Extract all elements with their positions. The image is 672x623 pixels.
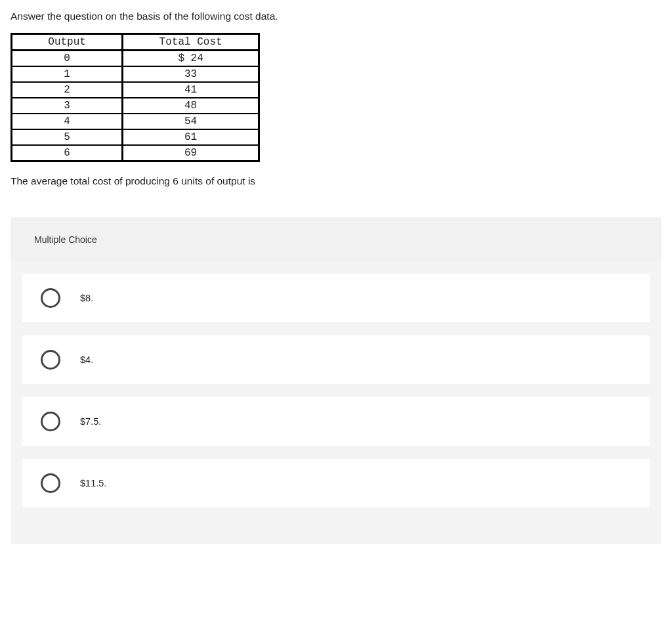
answer-option[interactable]: $8.	[22, 274, 650, 322]
multiple-choice-container: Multiple Choice $8. $4. $7.5. $11.5.	[10, 217, 662, 544]
table-row: 6 69	[12, 145, 259, 161]
cell-output: 1	[12, 66, 123, 82]
cell-output: 3	[12, 98, 123, 114]
cell-total-cost: 33	[123, 66, 259, 82]
table-row: 4 54	[12, 114, 259, 129]
cell-total-cost: 69	[123, 145, 259, 161]
radio-icon[interactable]	[41, 412, 60, 431]
option-label: $4.	[80, 354, 93, 365]
table-row: 0 $ 24	[12, 51, 259, 66]
cost-data-table: Output Total Cost 0 $ 24 1 33 2 41 3 48 …	[10, 33, 260, 162]
table-row: 1 33	[12, 66, 259, 82]
option-label: $7.5.	[80, 416, 101, 427]
cell-total-cost: 41	[123, 82, 259, 98]
table-row: 3 48	[12, 98, 259, 114]
answer-option[interactable]: $4.	[22, 335, 650, 384]
cell-total-cost: $ 24	[123, 51, 259, 66]
answer-option[interactable]: $11.5.	[22, 459, 650, 507]
cell-total-cost: 61	[123, 129, 259, 145]
radio-icon[interactable]	[41, 350, 60, 370]
header-output: Output	[12, 34, 123, 51]
cell-total-cost: 54	[123, 114, 259, 129]
option-label: $8.	[80, 293, 93, 303]
options-area: $8. $4. $7.5. $11.5.	[10, 262, 662, 544]
cell-total-cost: 48	[123, 98, 259, 114]
table-row: 5 61	[12, 129, 259, 145]
question-prompt: Answer the question on the basis of the …	[10, 11, 662, 22]
header-total-cost: Total Cost	[123, 34, 259, 51]
radio-icon[interactable]	[41, 473, 60, 493]
answer-option[interactable]: $7.5.	[22, 397, 650, 446]
table-row: 2 41	[12, 82, 259, 98]
option-label: $11.5.	[80, 478, 106, 488]
cell-output: 2	[12, 82, 123, 98]
cell-output: 6	[12, 145, 123, 161]
multiple-choice-heading: Multiple Choice	[10, 217, 662, 262]
cell-output: 4	[12, 114, 123, 129]
cell-output: 0	[12, 51, 123, 66]
radio-icon[interactable]	[41, 288, 60, 308]
table-header-row: Output Total Cost	[12, 34, 259, 51]
cell-output: 5	[12, 129, 123, 145]
question-text: The average total cost of producing 6 un…	[10, 175, 662, 187]
